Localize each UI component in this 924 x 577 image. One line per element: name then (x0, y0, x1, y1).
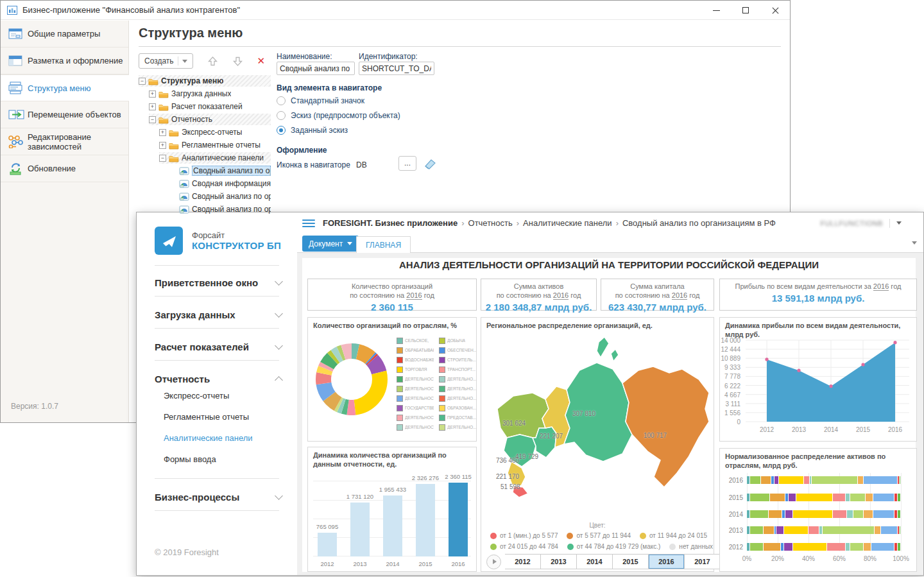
radio-option-2[interactable]: Эскиз (предпросмотр объекта) (277, 111, 400, 120)
breadcrumb-item[interactable]: Аналитические панели (523, 218, 612, 228)
menu-5[interactable]: Бизнес-процессы (155, 488, 282, 505)
map-legend-item: от 1 (мин.) до 5 577 (490, 532, 558, 539)
hamburger-icon[interactable] (302, 218, 315, 229)
stacked-bar-chart[interactable]: 0%20%40%60%80%100%20162015201420132012 (720, 449, 916, 571)
stacked-bar[interactable] (747, 494, 901, 501)
legend-item: ДОБЫЧА (439, 336, 476, 345)
stacked-bar[interactable] (747, 476, 901, 484)
delete-icon[interactable]: ✕ (257, 55, 266, 67)
map-island (597, 337, 609, 357)
kpi-year-link[interactable]: 2016 (672, 291, 687, 300)
menu-4[interactable]: Отчетность (155, 370, 282, 387)
create-button[interactable]: Создать (139, 53, 193, 69)
sidebar-item-1[interactable]: Общие параметры (1, 21, 128, 47)
menu-1[interactable]: Приветственное окно (155, 274, 282, 291)
tree-leaf[interactable]: Сводный анализ по орган (139, 164, 271, 177)
bar-segment (764, 526, 774, 534)
map-region[interactable] (622, 366, 709, 487)
expand-icon[interactable]: + (159, 142, 166, 149)
russia-map[interactable]: 301 624736 460419 729221 17051 598221 20… (484, 332, 712, 510)
close-button[interactable] (760, 1, 790, 20)
user-menu-caret-icon[interactable] (896, 221, 902, 225)
expand-icon[interactable]: + (149, 90, 156, 98)
radio-option-1[interactable]: Стандартный значок (277, 96, 364, 105)
tree-folder[interactable]: +Загрузка данных (139, 87, 271, 100)
move-up-icon[interactable] (207, 56, 218, 67)
maximize-button[interactable] (731, 1, 760, 20)
tree-leaf[interactable]: Сводная информация по о (139, 177, 271, 190)
identifier-input[interactable] (359, 62, 434, 75)
tree-leaf[interactable]: Сводный анализ по орган (139, 190, 271, 203)
move-down-icon[interactable] (232, 56, 243, 67)
sidebar-item-5[interactable]: Редактирование зависимостей (1, 128, 128, 155)
browse-icon-button[interactable]: ... (398, 156, 416, 171)
user-name[interactable]: FULLFUNCTIONB (820, 220, 883, 227)
submenu-экспресс-отчеты[interactable]: Экспресс-отчеты (164, 391, 282, 400)
minimize-button[interactable] (701, 1, 731, 20)
kpi-year-link[interactable]: 2016 (553, 291, 569, 300)
collapse-icon[interactable]: − (149, 116, 156, 123)
donut-chart[interactable] (309, 337, 394, 424)
expand-icon[interactable]: + (159, 129, 166, 136)
tree-folder[interactable]: +Регламентные отчеты (139, 139, 271, 151)
timeline-year-2012[interactable]: 2012 (505, 554, 541, 569)
timeline-year-2014[interactable]: 2014 (577, 554, 613, 569)
legend-swatch (439, 395, 445, 402)
sidebar-item-6[interactable]: Обновление (1, 155, 128, 182)
menu-3[interactable]: Расчет показателей (155, 338, 282, 355)
name-input[interactable] (277, 62, 355, 75)
kpi-year-link[interactable]: 2016 (873, 282, 889, 291)
kpi-year-link[interactable]: 2016 (406, 291, 422, 300)
timeline-year-2013[interactable]: 2013 (541, 554, 577, 569)
eraser-icon[interactable] (423, 157, 437, 169)
collapse-icon[interactable]: − (159, 155, 166, 162)
breadcrumb-item[interactable]: Сводный анализ по организациям в РФ (622, 218, 776, 228)
timeline-year-2017[interactable]: 2017 (685, 554, 721, 569)
expand-icon[interactable]: + (149, 103, 156, 110)
play-button[interactable] (486, 555, 501, 569)
legend-item: ОБРАБАТЫВАЮ... (397, 345, 434, 355)
radio-option-3[interactable]: Заданный эскиз (277, 126, 348, 135)
tree-folder[interactable]: −Структура меню (139, 74, 271, 87)
sidebar-item-3[interactable]: Структура меню (1, 74, 129, 101)
collapse-icon[interactable]: − (139, 78, 146, 85)
bar[interactable] (318, 533, 337, 556)
submenu-регламентные[interactable]: Регламентные отчеты (164, 412, 282, 422)
bar[interactable] (383, 495, 402, 556)
legend-label: ДЕЯТЕЛЬНОСТЬ (405, 396, 434, 400)
breadcrumb-item[interactable]: Отчетность (468, 218, 513, 228)
bar[interactable] (350, 503, 370, 556)
stacked-bar[interactable] (747, 526, 901, 534)
tree-folder[interactable]: +Экспресс-отчеты (139, 126, 271, 139)
map-region-value: 51 598 (501, 483, 520, 490)
bar-segment (750, 543, 764, 551)
tree-folder[interactable]: −Аналитические панели (139, 151, 271, 164)
kpi-value: 13 591,18 млрд руб. (720, 293, 916, 304)
tab-options-caret-icon[interactable] (912, 241, 917, 245)
timeline-year-2016[interactable]: 2016 (649, 554, 685, 569)
sidebar-item-4[interactable]: Перемещение объектов (1, 101, 128, 128)
bar-chart[interactable]: 765 09520121 731 12020131 955 43320142 3… (308, 447, 476, 571)
breadcrumb-item[interactable]: FORESIGHT. Бизнес приложение (323, 218, 458, 228)
tree-folder[interactable]: −Отчетность (139, 113, 271, 126)
submenu-аналитические[interactable]: Аналитические панели (164, 433, 282, 443)
tree-folder[interactable]: +Расчет показателей (139, 100, 271, 113)
timeline: 201220132014201520162017 (486, 554, 721, 569)
area-chart[interactable]: 14 00012 44410 8899 3337 7786 2224 6673 … (720, 318, 916, 441)
timeline-year-2015[interactable]: 2015 (613, 554, 649, 569)
stacked-bar[interactable] (747, 543, 901, 551)
bar[interactable] (416, 484, 435, 556)
bar[interactable] (449, 483, 468, 556)
folder-icon (169, 141, 179, 150)
document-menu-button[interactable]: Документ (302, 236, 359, 252)
stacked-bar[interactable] (747, 510, 901, 518)
sidebar-item-2[interactable]: Разметка и оформление (1, 47, 128, 74)
legend-label: ДЕЯТЕЛЬНО... (447, 386, 476, 391)
panel-industries: Количество организаций по отраслям, % СЕ… (307, 317, 477, 442)
logo-line2: КОНСТРУКТОР БП (192, 240, 281, 251)
submenu-формы[interactable]: Формы ввода (164, 454, 282, 464)
tab-glavnaya[interactable]: ГЛАВНАЯ (356, 236, 411, 254)
menu-2[interactable]: Загрузка данных (155, 306, 282, 323)
panel-assets-distribution: Нормализованное распределение активов по… (719, 448, 917, 572)
x-axis-label: 60% (830, 555, 848, 562)
